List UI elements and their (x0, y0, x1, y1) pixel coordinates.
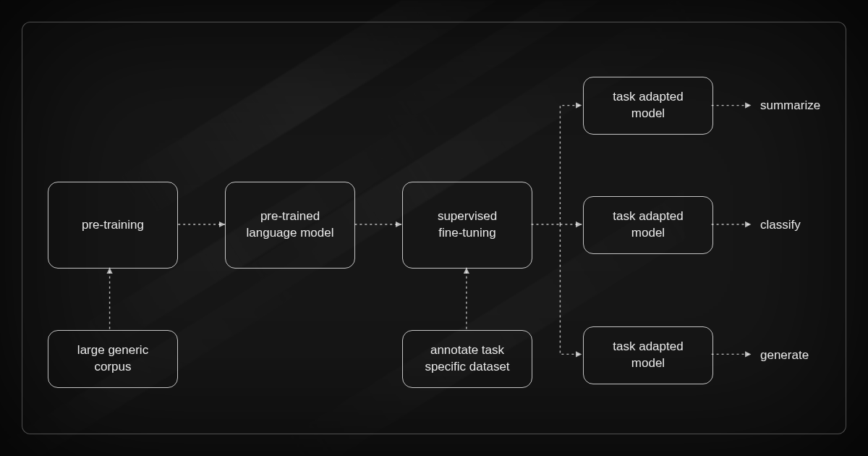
node-label: pre-trainedlanguage model (247, 208, 334, 242)
node-task-model-1: task adaptedmodel (583, 77, 713, 135)
node-supervised-ft: supervisedfine-tuning (402, 182, 532, 269)
node-pre-training: pre-training (48, 182, 178, 269)
node-label: task adaptedmodel (613, 89, 683, 122)
node-label: large genericcorpus (77, 342, 148, 376)
node-label: annotate taskspecific dataset (425, 342, 509, 376)
node-task-model-2: task adaptedmodel (583, 196, 713, 254)
node-label: supervisedfine-tuning (438, 208, 497, 242)
node-label: task adaptedmodel (613, 339, 683, 372)
output-classify: classify (760, 217, 801, 233)
node-label: pre-training (82, 217, 144, 234)
diagram-panel: pre-training large genericcorpus pre-tra… (22, 22, 846, 434)
node-task-model-3: task adaptedmodel (583, 326, 713, 384)
diagram-stage: pre-training large genericcorpus pre-tra… (0, 0, 868, 456)
node-corpus: large genericcorpus (48, 330, 178, 388)
node-label: task adaptedmodel (613, 208, 683, 242)
output-summarize: summarize (760, 98, 820, 114)
node-pretrained-lm: pre-trainedlanguage model (225, 182, 355, 269)
output-generate: generate (760, 347, 809, 363)
node-annotate-dataset: annotate taskspecific dataset (402, 330, 532, 388)
